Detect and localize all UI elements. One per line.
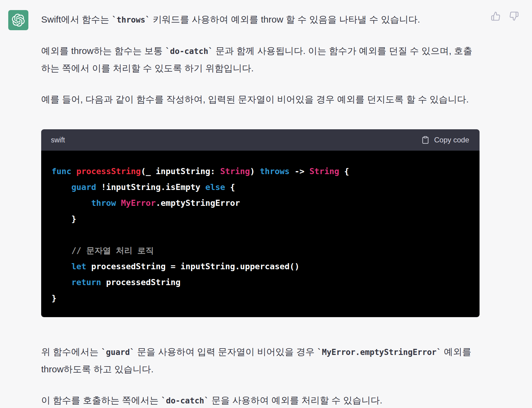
clipboard-icon	[421, 135, 430, 145]
code-line: }	[52, 290, 466, 306]
code-line: }	[52, 211, 466, 227]
paragraph: 위 함수에서는 `guard` 문을 사용하여 입력 문자열이 비어있을 경우 …	[41, 343, 480, 378]
paragraph: Swift에서 함수는 `throws` 키워드를 사용하여 예외를 throw…	[41, 11, 480, 28]
inline-code: `guard`	[101, 348, 135, 357]
paragraphs-after-code: 위 함수에서는 `guard` 문을 사용하여 입력 문자열이 비어있을 경우 …	[41, 343, 480, 408]
paragraphs-before-code: Swift에서 함수는 `throws` 키워드를 사용하여 예외를 throw…	[41, 11, 480, 108]
thumbs-up-button[interactable]	[491, 11, 501, 21]
inline-code: `do-catch`	[165, 47, 213, 56]
code-line: // 문자열 처리 로직	[52, 243, 466, 259]
code-line: func processString(_ inputString: String…	[52, 163, 466, 179]
inline-code: `MyError.emptyStringError`	[317, 348, 441, 357]
chatgpt-logo-icon	[12, 14, 25, 27]
code-line: let processedString = inputString.upperc…	[52, 259, 466, 274]
code-body: func processString(_ inputString: String…	[41, 151, 480, 317]
code-block: swift Copy code func processString(_ inp…	[41, 129, 480, 317]
assistant-avatar	[8, 10, 28, 30]
paragraph: 예외를 throw하는 함수는 보통 `do-catch` 문과 함께 사용됩니…	[41, 42, 480, 77]
code-line: guard !inputString.isEmpty else {	[52, 179, 466, 195]
inline-code: `throws`	[112, 15, 150, 24]
code-line: return processedString	[52, 274, 466, 290]
code-line	[52, 227, 466, 243]
code-block-header: swift Copy code	[41, 129, 480, 151]
copy-code-button[interactable]: Copy code	[421, 135, 469, 145]
paragraph: 이 함수를 호출하는 쪽에서는 `do-catch` 문을 사용하여 예외를 처…	[41, 392, 480, 408]
code-language-label: swift	[51, 136, 65, 144]
thumbs-up-icon	[491, 11, 501, 21]
assistant-message: Swift에서 함수는 `throws` 키워드를 사용하여 예외를 throw…	[41, 11, 480, 408]
inline-code: `do-catch`	[161, 396, 209, 405]
copy-code-label: Copy code	[434, 136, 469, 144]
thumbs-down-button[interactable]	[509, 11, 519, 21]
code-line: throw MyError.emptyStringError	[52, 195, 466, 211]
paragraph: 예를 들어, 다음과 같이 함수를 작성하여, 입력된 문자열이 비어있을 경우…	[41, 91, 480, 108]
feedback-buttons	[491, 11, 519, 21]
thumbs-down-icon	[509, 11, 519, 21]
